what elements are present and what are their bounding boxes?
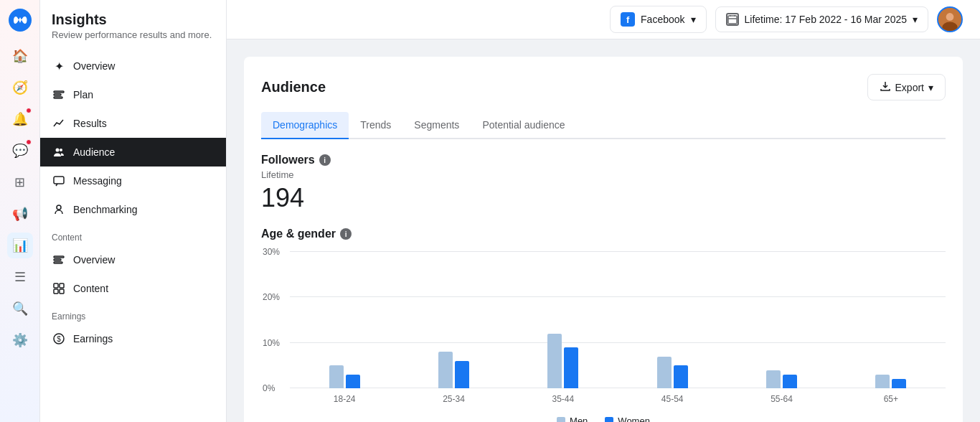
followers-info-icon[interactable]: i [319, 154, 331, 166]
message-badge [26, 139, 32, 145]
tab-demographics[interactable]: Demographics [261, 112, 349, 139]
results-icon [52, 116, 66, 131]
overview-icon: ✦ [52, 59, 66, 73]
age-gender-title: Age & gender i [261, 228, 946, 240]
bar-women-45-54 [674, 365, 688, 388]
sidebar-item-plan[interactable]: Plan [40, 80, 226, 109]
svg-rect-11 [60, 283, 64, 288]
followers-section: Followers i Lifetime 194 [261, 154, 946, 213]
age-gender-info-icon[interactable]: i [340, 228, 352, 240]
export-button[interactable]: Export ▾ [867, 74, 946, 100]
legend-men-label: Men [570, 416, 588, 422]
grid-icon[interactable]: ⊞ [7, 169, 33, 195]
benchmarking-icon [52, 202, 66, 217]
x-label-65plus: 65+ [837, 388, 946, 410]
bell-icon[interactable]: 🔔 [7, 106, 33, 132]
tab-trends[interactable]: Trends [349, 112, 402, 139]
date-range-button[interactable]: Lifetime: 17 Feb 2022 - 16 Mar 2025 ▾ [715, 6, 928, 32]
svg-point-3 [56, 149, 60, 152]
women-color-swatch [605, 417, 613, 423]
followers-period: Lifetime [261, 169, 946, 180]
content-icon [52, 281, 66, 296]
x-axis: 18-24 25-34 35-44 45-54 55-64 65+ [290, 388, 946, 410]
home-icon[interactable]: 🏠 [7, 43, 33, 69]
avatar[interactable] [937, 6, 963, 32]
topbar: f Facebook ▾ Lifetime: 17 Feb 2022 - 16 … [227, 0, 980, 39]
men-color-swatch [557, 417, 565, 423]
svg-rect-2 [54, 97, 62, 98]
messaging-icon [52, 174, 66, 188]
sidebar-header: Insights Review performance results and … [40, 11, 226, 52]
facebook-logo-icon: f [621, 12, 635, 27]
sidebar-item-benchmarking[interactable]: Benchmarking [40, 195, 226, 224]
tab-segments[interactable]: Segments [402, 112, 471, 139]
bar-men-25-34 [438, 352, 453, 388]
bar-women-55-64 [783, 375, 797, 388]
sidebar-item-messaging[interactable]: Messaging [40, 167, 226, 195]
bar-men-55-64 [766, 370, 781, 388]
chart-icon[interactable]: 📊 [7, 233, 33, 258]
bar-women-65plus [892, 379, 906, 388]
svg-rect-8 [54, 259, 61, 261]
export-icon [880, 80, 891, 94]
y-label-0: 0% [263, 383, 275, 393]
audience-icon [52, 145, 66, 159]
svg-point-6 [57, 205, 61, 210]
sidebar-item-overview[interactable]: ✦ Overview [40, 52, 226, 80]
svg-rect-13 [60, 289, 64, 294]
icon-rail: 🏠 🧭 🔔 💬 ⊞ 📢 📊 ☰ 🔍 ⚙️ [0, 0, 40, 422]
bar-group-18-24 [290, 252, 399, 388]
bar-women-35-44 [564, 347, 578, 388]
svg-rect-9 [54, 262, 62, 263]
date-range-dropdown-icon: ▾ [913, 14, 918, 25]
meta-logo [9, 9, 32, 32]
svg-point-22 [942, 22, 957, 32]
facebook-selector-button[interactable]: f Facebook ▾ [610, 6, 706, 33]
megaphone-icon[interactable]: 📢 [7, 201, 33, 227]
y-label-20: 20% [263, 292, 280, 302]
svg-rect-5 [54, 177, 64, 184]
legend-item-women: Women 44.6% [605, 416, 650, 422]
y-label-30: 30% [263, 247, 280, 257]
sidebar-item-content-overview[interactable]: Overview [40, 245, 226, 274]
content-area: Audience Export ▾ Demographics Trends [227, 39, 980, 422]
earnings-section-label: Earnings [40, 303, 226, 324]
menu-icon[interactable]: ☰ [7, 264, 33, 290]
y-label-10: 10% [263, 338, 280, 348]
svg-text:$: $ [57, 335, 61, 343]
audience-title: Audience [261, 79, 326, 95]
facebook-label: Facebook [641, 14, 684, 25]
audience-card: Audience Export ▾ Demographics Trends [244, 57, 963, 422]
legend-women-label: Women [618, 416, 650, 422]
x-label-55-64: 55-64 [727, 388, 836, 410]
bar-group-65plus [837, 252, 946, 388]
bar-men-18-24 [329, 365, 344, 388]
export-label: Export [895, 82, 924, 93]
sidebar-item-results[interactable]: Results [40, 109, 226, 138]
tab-potential-audience[interactable]: Potential audience [471, 112, 576, 139]
bar-women-18-24 [346, 375, 360, 388]
calendar-icon [726, 13, 739, 26]
x-label-35-44: 35-44 [509, 388, 618, 410]
svg-rect-7 [54, 256, 64, 258]
content-overview-icon [52, 253, 66, 267]
settings-icon[interactable]: ⚙️ [7, 327, 33, 353]
export-dropdown-icon: ▾ [928, 82, 933, 93]
card-header: Audience Export ▾ [261, 74, 946, 100]
sidebar-item-earnings[interactable]: $ Earnings [40, 324, 226, 353]
earnings-icon: $ [52, 332, 66, 346]
followers-title: Followers i [261, 154, 946, 167]
page-title: Insights [52, 11, 215, 28]
plan-icon [52, 88, 66, 102]
message-icon[interactable]: 💬 [7, 138, 33, 164]
chart-legend: Men 55.4% Women 44.6% [261, 416, 946, 422]
search-icon[interactable]: 🔍 [7, 296, 33, 322]
sidebar-item-content[interactable]: Content [40, 274, 226, 303]
x-label-18-24: 18-24 [290, 388, 399, 410]
svg-point-21 [946, 13, 954, 21]
bar-men-35-44 [547, 334, 562, 388]
sidebar-item-audience[interactable]: Audience [40, 138, 226, 167]
navigate-icon[interactable]: 🧭 [7, 75, 33, 100]
bars-container [290, 252, 946, 388]
svg-rect-10 [54, 283, 58, 288]
